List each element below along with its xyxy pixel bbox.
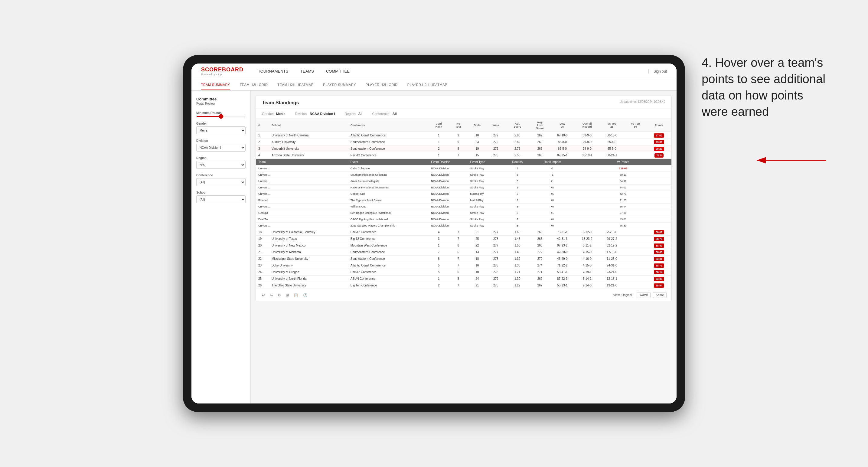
division-section: Division NCAA Division I NCAA Division I…: [196, 139, 246, 152]
paste-icon[interactable]: 📋: [292, 292, 300, 298]
division-label: Division: [196, 139, 246, 143]
conference-cell: Atlantic Coast Conference: [348, 132, 429, 139]
subnav-player-summary[interactable]: PLAYER SUMMARY: [323, 80, 356, 90]
gender-filter-value: Men's: [276, 112, 285, 116]
low25-cell: 67-10-0: [550, 132, 575, 139]
nav-items: TOURNAMENTS TEAMS COMMITTEE: [258, 64, 648, 78]
subnav-team-summary[interactable]: TEAM SUMMARY: [201, 80, 230, 90]
annotation-text: 4. Hover over a team's points to see add…: [702, 55, 829, 120]
logo-subtitle: Powered by clipp: [201, 73, 244, 76]
points-badge[interactable]: 88.14: [654, 270, 664, 274]
view-label: View: Original: [613, 293, 632, 297]
min-rounds-slider[interactable]: [196, 116, 246, 117]
table-row: 23 Duke University Atlantic Coast Confer…: [256, 262, 672, 269]
sidebar-title: Committee: [196, 97, 246, 101]
subnav-team-h2h-heatmap[interactable]: TEAM H2H HEATMAP: [277, 80, 313, 90]
points-badge-hovered[interactable]: 90.20: [654, 147, 664, 151]
table-row: Florida I The Cypress Point Classic NCAA…: [256, 197, 672, 204]
rank-cell: 1: [256, 132, 269, 139]
points-badge[interactable]: 88.07: [654, 230, 664, 235]
rank-cell: 4: [256, 152, 269, 159]
annotation-area: 4. Hover over a team's points to see add…: [702, 55, 829, 120]
annotation-arrow: [733, 148, 829, 173]
no-tour-cell: 9: [449, 132, 468, 139]
gender-section: Gender Men's Women's: [196, 122, 246, 134]
sign-out-button[interactable]: Sign out: [648, 69, 667, 73]
table-row: 26 The Ohio State University Big Ten Con…: [256, 282, 672, 289]
conference-cell: Southeastern Conference: [348, 139, 429, 146]
points-cell[interactable]: 97.02: [647, 132, 672, 139]
col-conference: Conference: [348, 119, 429, 132]
clock-icon[interactable]: 🕐: [302, 292, 309, 298]
conference-label: Conference: [196, 174, 246, 177]
table-row-tooltip-header: Team Event Event Division Event Type Rou…: [256, 159, 672, 165]
region-select[interactable]: N/A All: [196, 161, 246, 169]
table-row: 4 Arizona State University Pac-12 Confer…: [256, 152, 672, 159]
school-select[interactable]: (All): [196, 195, 246, 203]
points-badge[interactable]: 88.94: [654, 283, 664, 288]
school-cell: University of North Carolina: [269, 132, 348, 139]
sub-navigation: TEAM SUMMARY TEAM H2H GRID TEAM H2H HEAT…: [191, 79, 677, 91]
table-row: 19 University of Texas Big 12 Conference…: [256, 236, 672, 242]
points-badge[interactable]: 88.71: [654, 263, 664, 268]
rank-cell: 3: [256, 146, 269, 152]
points-badge[interactable]: 97.02: [654, 133, 664, 137]
adj-score-cell: 2.86: [505, 132, 530, 139]
gender-label: Gender: [196, 122, 246, 125]
table-row: Univers... Williams Cup NCAA Division I …: [256, 204, 672, 210]
points-badge[interactable]: 88.49: [654, 244, 664, 248]
table-row: Univers... Amer Arc Intercollegiate NCAA…: [256, 178, 672, 185]
division-select[interactable]: NCAA Division I NCAA Division II: [196, 144, 246, 152]
logo-text: SCOREBOARD: [201, 66, 244, 73]
gender-select[interactable]: Men's Women's: [196, 126, 246, 134]
school-label: School: [196, 191, 246, 194]
points-badge[interactable]: 93.31: [654, 140, 664, 144]
panel-header: Team Standings Update time: 13/03/2024 1…: [256, 96, 672, 109]
col-no-tour: NoTour: [449, 119, 468, 132]
col-school: School: [269, 119, 348, 132]
col-rank: #: [256, 119, 269, 132]
main-panel-area: Team Standings Update time: 13/03/2024 1…: [251, 91, 677, 403]
subnav-player-h2h-grid[interactable]: PLAYER H2H GRID: [366, 80, 398, 90]
low-score-cell: 262: [530, 132, 550, 139]
subnav-team-h2h-grid[interactable]: TEAM H2H GRID: [240, 80, 268, 90]
conference-cell: Southeastern Conference: [348, 146, 429, 152]
table-row: Georgia Ben Hogan Collegiate Invitationa…: [256, 210, 672, 216]
table-row: 1 University of North Carolina Atlantic …: [256, 132, 672, 139]
school-cell: Auburn University: [269, 139, 348, 146]
points-badge[interactable]: 78.5: [654, 153, 663, 158]
table-row: Univers... Copper Cup NCAA Division I Ma…: [256, 191, 672, 197]
min-rounds-slider-container: [196, 116, 246, 117]
table-row: 20 University of New Mexico Mountain Wes…: [256, 242, 672, 249]
share-button[interactable]: Share: [653, 292, 666, 298]
standings-panel: Team Standings Update time: 13/03/2024 1…: [255, 96, 672, 301]
undo-icon[interactable]: ↩: [261, 292, 266, 298]
points-badge[interactable]: 83.89: [654, 277, 664, 281]
points-badge[interactable]: 88.70: [654, 237, 664, 241]
col-vs-top50: Vs Top50: [624, 119, 647, 132]
gender-filter: Gender: Men's: [262, 112, 285, 116]
nav-tournaments[interactable]: TOURNAMENTS: [258, 64, 288, 78]
col-points: Points: [647, 119, 672, 132]
logo-area: SCOREBOARD Powered by clipp: [201, 66, 244, 76]
panel-title: Team Standings: [262, 100, 299, 105]
points-badge[interactable]: 83.81: [654, 257, 664, 261]
watch-button[interactable]: Watch: [637, 292, 651, 298]
subnav-player-h2h-heatmap[interactable]: PLAYER H2H HEATMAP: [407, 80, 447, 90]
vs25-cell: 50-10-0: [599, 132, 624, 139]
panel-toolbar: ↩ ↪ ⚙ ⊞ 📋 🕐 View: Original Watch Share: [256, 289, 672, 301]
copy-icon[interactable]: ⊞: [285, 292, 290, 298]
nav-committee[interactable]: COMMITTEE: [326, 64, 350, 78]
points-badge[interactable]: 88.48: [654, 250, 664, 254]
region-filter-label: Region:: [345, 112, 356, 116]
redo-icon[interactable]: ↪: [269, 292, 274, 298]
rank-cell: 2: [256, 139, 269, 146]
tablet-screen: SCOREBOARD Powered by clipp TOURNAMENTS …: [191, 64, 677, 403]
table-row: 18 University of California, Berkeley Pa…: [256, 229, 672, 236]
table-container: # School Conference ConfRank NoTour Bnds…: [256, 119, 672, 289]
school-cell: Arizona State University: [269, 152, 348, 159]
nav-teams[interactable]: TEAMS: [300, 64, 314, 78]
conference-select[interactable]: (All): [196, 178, 246, 186]
conference-filter-value: All: [393, 112, 397, 116]
settings-icon[interactable]: ⚙: [276, 292, 282, 298]
